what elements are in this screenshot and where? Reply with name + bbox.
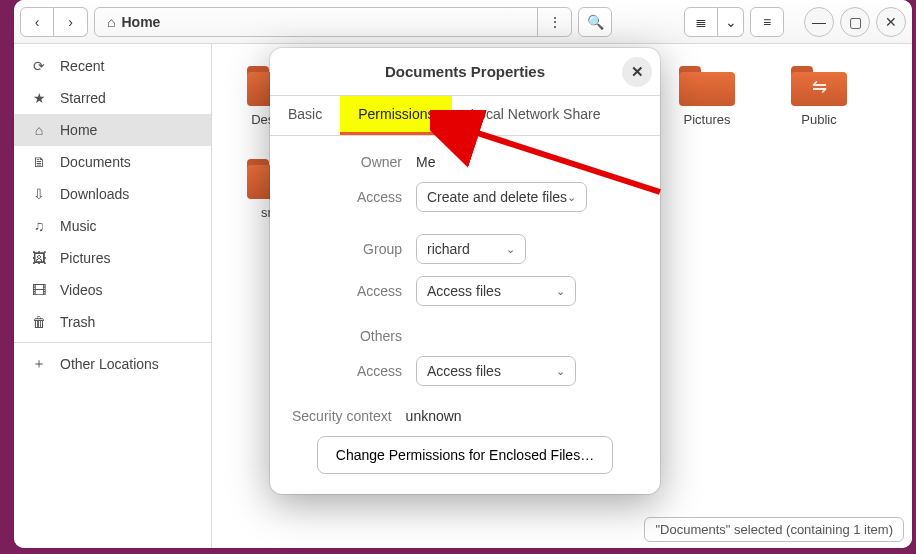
sidebar-item-label: Videos — [60, 282, 103, 298]
tab-permissions[interactable]: Permissions — [340, 96, 452, 135]
row-group-access: Access Access files ⌄ — [292, 276, 638, 306]
documents-icon: 🗎 — [30, 154, 48, 170]
chevron-down-icon: ⌄ — [725, 14, 737, 30]
maximize-button[interactable]: ▢ — [840, 7, 870, 37]
home-icon: ⌂ — [107, 14, 115, 30]
sidebar-item-label: Downloads — [60, 186, 129, 202]
group-combo[interactable]: richard ⌄ — [416, 234, 526, 264]
dialog-tabs: Basic Permissions Local Network Share — [270, 96, 660, 136]
downloads-icon: ⇩ — [30, 186, 48, 202]
forward-button[interactable]: › — [54, 7, 88, 37]
dialog-close-button[interactable]: ✕ — [622, 57, 652, 87]
sidebar-item-label: Documents — [60, 154, 131, 170]
chevron-down-icon: ⌄ — [506, 243, 515, 256]
row-owner: Owner Me — [292, 154, 638, 170]
others-access-combo[interactable]: Access files ⌄ — [416, 356, 576, 386]
others-label: Others — [292, 328, 402, 344]
sidebar: ⟳Recent ★Starred ⌂Home 🗎Documents ⇩Downl… — [14, 44, 212, 548]
sidebar-item-trash[interactable]: 🗑Trash — [14, 306, 211, 338]
owner-label: Owner — [292, 154, 402, 170]
sidebar-item-label: Home — [60, 122, 97, 138]
chevron-down-icon: ⌄ — [556, 285, 565, 298]
row-owner-access: Access Create and delete files ⌄ — [292, 182, 638, 212]
access-label: Access — [292, 283, 402, 299]
sidebar-item-label: Trash — [60, 314, 95, 330]
home-icon: ⌂ — [30, 122, 48, 138]
search-button[interactable]: 🔍 — [578, 7, 612, 37]
folder-icon — [679, 62, 735, 106]
sidebar-item-pictures[interactable]: 🖼Pictures — [14, 242, 211, 274]
dialog-title: Documents Properties — [385, 63, 545, 80]
videos-icon: 🎞 — [30, 282, 48, 298]
path-bar[interactable]: ⌂ Home ⋮ — [94, 7, 572, 37]
folder-glyph — [679, 68, 735, 106]
status-bar: "Documents" selected (containing 1 item) — [644, 517, 904, 542]
tab-basic[interactable]: Basic — [270, 96, 340, 135]
folder-pictures[interactable]: Pictures — [668, 62, 746, 127]
row-others-access: Access Access files ⌄ — [292, 356, 638, 386]
combo-value: Access files — [427, 363, 501, 379]
sidebar-item-label: Pictures — [60, 250, 111, 266]
row-security-context: Security context unknown — [292, 408, 638, 424]
view-switcher: ≣ ⌄ — [684, 7, 744, 37]
folder-label: Public — [801, 112, 836, 127]
owner-value: Me — [416, 154, 435, 170]
group-access-combo[interactable]: Access files ⌄ — [416, 276, 576, 306]
chevron-right-icon: › — [68, 14, 73, 30]
group-label: Group — [292, 241, 402, 257]
view-dropdown-button[interactable]: ⌄ — [718, 7, 744, 37]
row-others: Others — [292, 328, 638, 344]
share-icon: ⇋ — [791, 68, 847, 106]
row-group: Group richard ⌄ — [292, 234, 638, 264]
sidebar-item-music[interactable]: ♫Music — [14, 210, 211, 242]
path-menu-button[interactable]: ⋮ — [537, 8, 571, 36]
security-context-label: Security context — [292, 408, 392, 424]
chevron-down-icon: ⌄ — [556, 365, 565, 378]
kebab-icon: ⋮ — [548, 14, 562, 30]
combo-value: Create and delete files — [427, 189, 567, 205]
combo-value: Access files — [427, 283, 501, 299]
headerbar: ‹ › ⌂ Home ⋮ 🔍 ≣ ⌄ ≡ ― ▢ ✕ — [14, 0, 912, 44]
chevron-left-icon: ‹ — [35, 14, 40, 30]
sidebar-item-label: Recent — [60, 58, 104, 74]
folder-icon: ⇋ — [791, 62, 847, 106]
back-button[interactable]: ‹ — [20, 7, 54, 37]
hamburger-icon: ≡ — [763, 14, 771, 30]
sidebar-item-label: Starred — [60, 90, 106, 106]
music-icon: ♫ — [30, 218, 48, 234]
sidebar-item-downloads[interactable]: ⇩Downloads — [14, 178, 211, 210]
sidebar-item-recent[interactable]: ⟳Recent — [14, 50, 211, 82]
trash-icon: 🗑 — [30, 314, 48, 330]
folder-label: Pictures — [684, 112, 731, 127]
close-icon: ✕ — [885, 14, 897, 30]
change-enclosed-permissions-button[interactable]: Change Permissions for Enclosed Files… — [317, 436, 613, 474]
properties-dialog: Documents Properties ✕ Basic Permissions… — [270, 48, 660, 494]
sidebar-item-home[interactable]: ⌂Home — [14, 114, 211, 146]
dialog-body: Owner Me Access Create and delete files … — [270, 136, 660, 494]
close-window-button[interactable]: ✕ — [876, 7, 906, 37]
access-label: Access — [292, 189, 402, 205]
view-list-button[interactable]: ≣ — [684, 7, 718, 37]
recent-icon: ⟳ — [30, 58, 48, 74]
owner-access-combo[interactable]: Create and delete files ⌄ — [416, 182, 587, 212]
sidebar-item-videos[interactable]: 🎞Videos — [14, 274, 211, 306]
path-label: Home — [121, 14, 160, 30]
access-label: Access — [292, 363, 402, 379]
minimize-button[interactable]: ― — [804, 7, 834, 37]
minimize-icon: ― — [812, 14, 826, 30]
pictures-icon: 🖼 — [30, 250, 48, 266]
sidebar-separator — [14, 342, 211, 343]
security-context-value: unknown — [406, 408, 462, 424]
hamburger-button[interactable]: ≡ — [750, 7, 784, 37]
tab-local-network-share[interactable]: Local Network Share — [452, 96, 618, 135]
sidebar-item-documents[interactable]: 🗎Documents — [14, 146, 211, 178]
chevron-down-icon: ⌄ — [567, 191, 576, 204]
sidebar-item-label: Other Locations — [60, 356, 159, 372]
path-segment-home[interactable]: ⌂ Home — [95, 8, 172, 36]
sidebar-item-other-locations[interactable]: ＋Other Locations — [14, 347, 211, 381]
sidebar-item-starred[interactable]: ★Starred — [14, 82, 211, 114]
star-icon: ★ — [30, 90, 48, 106]
folder-public[interactable]: ⇋ Public — [780, 62, 858, 127]
dialog-titlebar: Documents Properties ✕ — [270, 48, 660, 96]
list-icon: ≣ — [695, 14, 707, 30]
